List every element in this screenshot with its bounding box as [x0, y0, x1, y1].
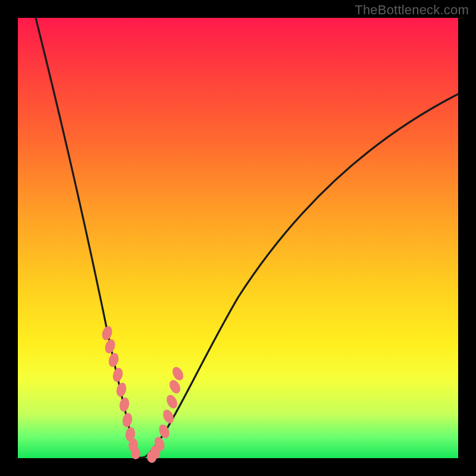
marker-dot — [104, 338, 117, 355]
curve-layer — [18, 18, 458, 458]
marker-dot — [107, 352, 120, 368]
marker-dot — [170, 365, 186, 383]
marker-dot — [167, 378, 182, 396]
marker-dot — [111, 367, 124, 383]
plot-area — [18, 18, 458, 458]
marker-dot — [121, 412, 133, 428]
marker-group — [101, 325, 186, 464]
marker-dot — [101, 325, 114, 342]
chart-frame: TheBottleneck.com — [0, 0, 476, 476]
marker-dot — [164, 393, 179, 411]
marker-dot — [118, 397, 131, 413]
marker-dot — [115, 381, 127, 397]
watermark-text: TheBottleneck.com — [355, 2, 469, 18]
bottleneck-curve — [36, 18, 458, 458]
